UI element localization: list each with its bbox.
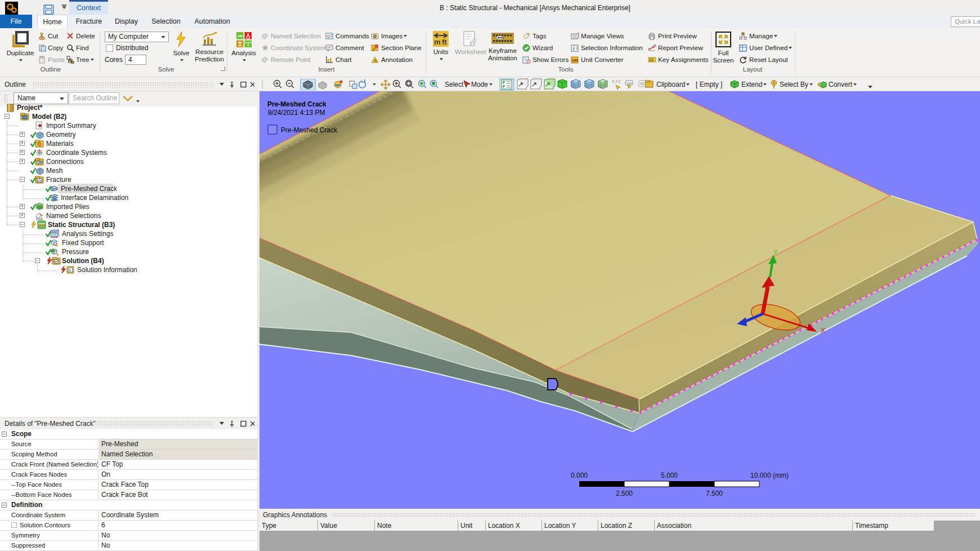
svg-text:Pre-Meshed Crack: Pre-Meshed Crack [281,126,338,134]
svg-text:X,Y,Z: X,Y,Z [612,79,620,83]
svg-text:F: F [503,81,505,85]
svg-text:10.000 (mm): 10.000 (mm) [750,472,789,479]
svg-text:F: F [503,85,505,88]
svg-text:5.000: 5.000 [661,472,678,479]
svg-text:ft: ft [575,58,578,63]
svg-text:ft: ft [442,38,447,46]
svg-text:C: C [327,34,330,39]
svg-text:7.500: 7.500 [706,490,723,497]
svg-text:100: 100 [627,82,633,85]
svg-text:X: X [821,327,825,335]
svg-text:Pre-Meshed Crack: Pre-Meshed Crack [267,100,326,108]
svg-text:8/24/2021 4:13 PM: 8/24/2021 4:13 PM [268,109,325,117]
svg-text:A: A [374,58,377,63]
svg-text:2.500: 2.500 [616,490,633,497]
svg-text:m: m [434,38,441,46]
svg-text:0.000: 0.000 [571,472,588,479]
svg-text:Y: Y [773,248,778,256]
